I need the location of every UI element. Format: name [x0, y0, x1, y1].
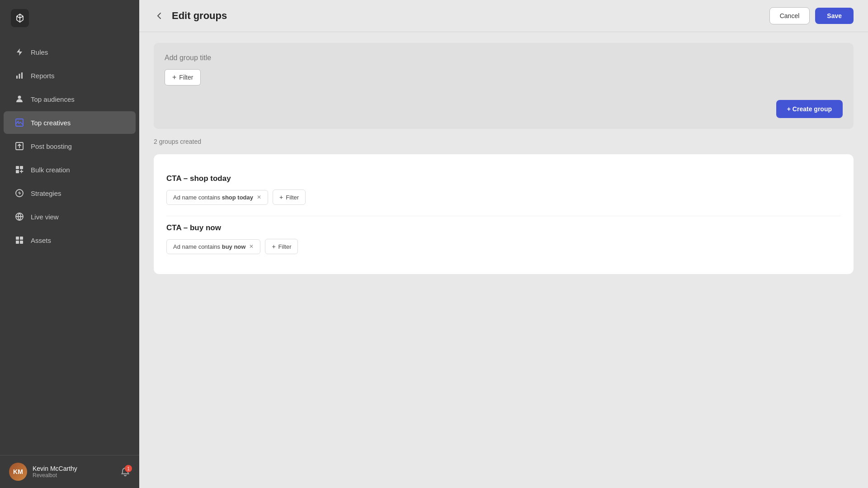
groups-count: 2 groups created: [154, 136, 854, 147]
sidebar-nav: Rules Reports Top audiences: [0, 36, 139, 455]
globe-icon: [14, 212, 24, 222]
sidebar-item-bulk-creation[interactable]: Bulk creation: [4, 158, 136, 181]
sidebar-item-post-boosting[interactable]: Post boosting: [4, 135, 136, 157]
add-filter-button[interactable]: + Filter: [165, 69, 201, 85]
sidebar-item-top-creatives[interactable]: Top creatives: [4, 111, 136, 134]
grid-icon: [14, 235, 24, 245]
svg-point-3: [18, 96, 21, 99]
page-content: + Filter + Create group 2 groups created…: [139, 32, 868, 285]
bar-chart-icon: [14, 71, 24, 81]
group-name-2: CTA – buy now: [166, 223, 841, 232]
group-2-filters: Ad name contains buy now ✕ + Filter: [166, 239, 841, 254]
remove-filter-shop-today[interactable]: ✕: [257, 194, 261, 200]
svg-rect-9: [16, 170, 19, 173]
svg-rect-0: [16, 76, 18, 79]
sidebar-item-top-audiences[interactable]: Top audiences: [4, 88, 136, 110]
header-actions: Cancel Save: [769, 7, 854, 24]
sidebar-footer: KM Kevin McCarthy Revealbot 1: [0, 455, 139, 488]
notification-badge: 1: [125, 465, 132, 472]
main-content: Edit groups Cancel Save + Filter + Creat…: [139, 0, 868, 488]
bolt-circle-icon: [14, 188, 24, 198]
filter-tag-shop-today: Ad name contains shop today ✕: [166, 190, 268, 205]
svg-rect-8: [20, 166, 23, 169]
sidebar-item-rules[interactable]: Rules: [4, 41, 136, 63]
plus-icon: +: [172, 73, 176, 81]
groups-card: CTA – shop today Ad name contains shop t…: [154, 154, 854, 274]
notification-bell[interactable]: 1: [120, 467, 130, 477]
group-1-filters: Ad name contains shop today ✕ + Filter: [166, 190, 841, 205]
svg-rect-1: [19, 74, 20, 79]
page-title: Edit groups: [172, 10, 227, 22]
arrow-up-box-icon: [14, 141, 24, 151]
user-name: Kevin McCarthy: [33, 465, 115, 472]
bolt-icon: [14, 47, 24, 57]
svg-rect-15: [20, 241, 23, 244]
sidebar-item-reports[interactable]: Reports: [4, 64, 136, 87]
group-title-input[interactable]: [165, 54, 843, 62]
back-button[interactable]: [154, 10, 165, 21]
group-section-1: CTA – shop today Ad name contains shop t…: [166, 167, 841, 212]
group-name-1: CTA – shop today: [166, 174, 841, 183]
image-icon: [14, 118, 24, 128]
page-header: Edit groups Cancel Save: [139, 0, 868, 32]
svg-rect-12: [16, 237, 19, 240]
svg-rect-2: [21, 72, 23, 79]
app-logo[interactable]: [11, 9, 29, 27]
create-group-button[interactable]: + Create group: [776, 100, 843, 118]
user-info: Kevin McCarthy Revealbot: [33, 465, 115, 479]
group-1-add-filter-button[interactable]: + Filter: [273, 190, 306, 205]
svg-rect-13: [20, 237, 23, 240]
sidebar-item-assets[interactable]: Assets: [4, 229, 136, 251]
filter-tag-buy-now: Ad name contains buy now ✕: [166, 239, 260, 254]
person-icon: [14, 94, 24, 104]
grid-plus-icon: [14, 165, 24, 175]
remove-filter-buy-now[interactable]: ✕: [249, 243, 254, 250]
group-section-2: CTA – buy now Ad name contains buy now ✕…: [166, 216, 841, 261]
svg-rect-14: [16, 241, 19, 244]
sidebar-logo: [0, 0, 139, 36]
avatar: KM: [9, 463, 27, 481]
add-group-panel: + Filter + Create group: [154, 43, 854, 129]
sidebar: Rules Reports Top audiences: [0, 0, 139, 488]
cancel-button[interactable]: Cancel: [769, 7, 810, 24]
svg-rect-7: [16, 166, 19, 169]
user-company: Revealbot: [33, 472, 115, 479]
group-2-add-filter-button[interactable]: + Filter: [265, 239, 298, 254]
sidebar-item-live-view[interactable]: Live view: [4, 205, 136, 228]
save-button[interactable]: Save: [815, 8, 854, 24]
sidebar-item-strategies[interactable]: Strategies: [4, 182, 136, 204]
